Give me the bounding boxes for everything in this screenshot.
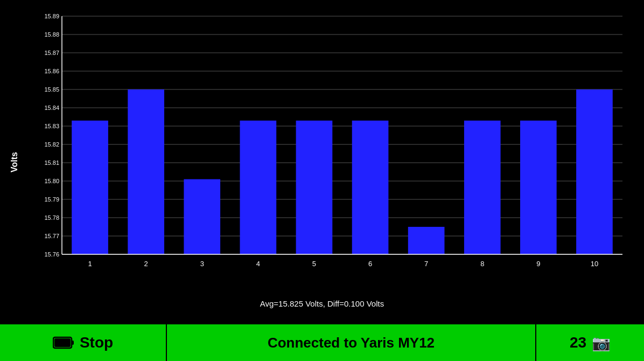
battery-icon [53,336,74,350]
main-container: Volts 15.7615.7715.7815.7915.8015.8115.8… [0,0,644,361]
svg-text:15.84: 15.84 [44,105,59,111]
svg-text:15.79: 15.79 [44,196,59,203]
svg-rect-34 [240,121,277,254]
svg-text:2: 2 [144,260,148,268]
svg-text:8: 8 [480,260,484,268]
connection-label: Connected to Yaris MY12 [268,335,435,351]
svg-rect-51 [72,341,74,345]
svg-rect-42 [464,121,501,254]
svg-rect-30 [128,89,164,254]
svg-text:3: 3 [200,260,204,268]
stop-section[interactable]: Stop [0,324,167,361]
stop-button-label[interactable]: Stop [80,334,113,351]
svg-text:7: 7 [424,260,428,268]
svg-text:15.76: 15.76 [44,251,59,258]
chart-subtitle: Avg=15.825 Volts, Diff=0.100 Volts [0,299,644,308]
svg-text:15.89: 15.89 [44,13,59,19]
svg-text:5: 5 [312,260,316,268]
svg-text:9: 9 [536,260,540,268]
svg-text:15.85: 15.85 [44,86,59,93]
count-section: 23 📷 [536,324,644,361]
svg-text:6: 6 [368,260,372,268]
svg-rect-40 [408,227,445,254]
chart-area: Volts 15.7615.7715.7815.7915.8015.8115.8… [0,0,644,324]
svg-text:15.77: 15.77 [44,233,59,239]
connection-section: Connected to Yaris MY12 [167,324,536,361]
svg-text:15.80: 15.80 [44,178,59,184]
bar-chart: 15.7615.7715.7815.7915.8015.8115.8215.83… [32,11,633,281]
svg-text:10: 10 [591,260,598,268]
camera-icon: 📷 [592,334,611,352]
svg-rect-52 [54,338,71,347]
y-axis-label: Volts [10,152,19,172]
svg-rect-32 [184,179,220,254]
svg-rect-36 [296,121,333,254]
svg-text:15.81: 15.81 [44,159,59,166]
svg-text:1: 1 [88,260,92,268]
svg-rect-44 [520,121,557,254]
toolbar: Stop Connected to Yaris MY12 23 📷 [0,324,644,361]
svg-text:15.87: 15.87 [44,50,59,56]
svg-text:15.82: 15.82 [44,141,59,148]
svg-text:15.83: 15.83 [44,123,59,129]
svg-text:4: 4 [256,260,260,268]
svg-rect-28 [72,121,108,254]
svg-rect-46 [576,89,613,254]
svg-rect-38 [352,121,389,254]
svg-text:15.78: 15.78 [44,214,59,221]
svg-text:15.88: 15.88 [44,31,59,38]
count-value: 23 [570,334,586,351]
svg-text:15.86: 15.86 [44,68,59,74]
chart-inner: 15.7615.7715.7815.7915.8015.8115.8215.83… [32,11,633,281]
